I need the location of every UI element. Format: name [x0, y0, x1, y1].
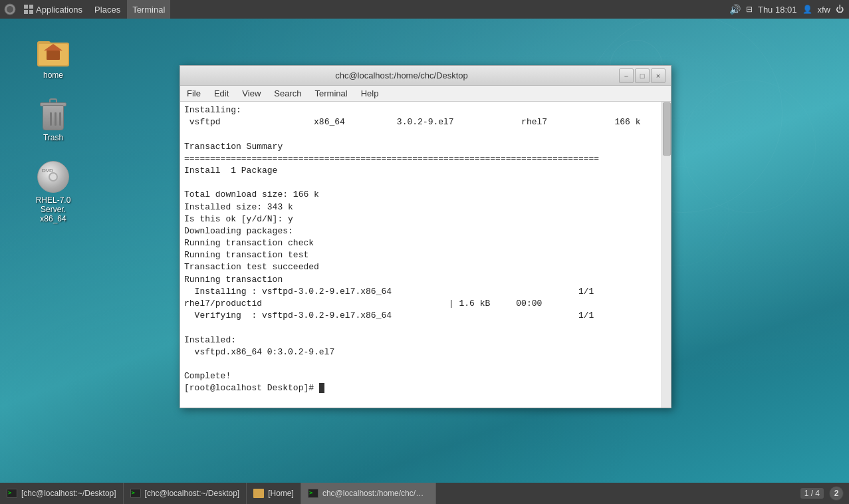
svg-rect-4 [24, 10, 28, 14]
taskbar-home-label: [Home] [268, 489, 294, 498]
menu-edit[interactable]: Edit [207, 86, 235, 102]
terminal-menu[interactable]: Terminal [127, 0, 170, 19]
minimize-button[interactable]: − [619, 68, 634, 83]
trash-icon-label: Trash [43, 133, 63, 142]
power-icon: ⏻ [836, 5, 844, 14]
system-icon [3, 2, 17, 17]
taskbar-term3-icon [308, 489, 318, 498]
folder-body [37, 43, 69, 66]
taskbar-term1-label: [chc@localhost:~/Desktop] [21, 489, 116, 498]
menu-view[interactable]: View [235, 86, 267, 102]
taskbar-item-term3[interactable]: chc@localhost:/home/chc/Deskt... [301, 483, 436, 504]
network-icon: ⊟ [746, 5, 753, 14]
applications-menu[interactable]: Applications [19, 0, 88, 19]
applications-icon [24, 5, 33, 14]
house-shape [44, 45, 62, 60]
dvd-disc-shape: DVD [37, 161, 69, 193]
places-menu[interactable]: Places [89, 0, 126, 19]
home-icon-label: home [43, 70, 63, 80]
terminal-body: Installing: vsftpd x86_64 3.0.2-9.el7 rh… [180, 102, 671, 408]
svg-rect-3 [29, 5, 33, 9]
terminal-title: chc@localhost:/home/chc/Desktop [185, 70, 618, 80]
trash-line-1 [50, 112, 52, 126]
trash-lines [50, 112, 61, 126]
home-folder-icon[interactable]: home [20, 33, 86, 82]
dvd-label-line2: x86_64 [40, 214, 66, 223]
taskbar-term1-icon [7, 489, 17, 498]
dvd-inner-svg: DVD [41, 164, 54, 178]
terminal-output: Installing: vsftpd x86_64 3.0.2-9.el7 rh… [184, 104, 658, 395]
desktop-icons-area: home Trash DVD [0, 27, 106, 226]
taskbar-item-home[interactable]: [Home] [247, 483, 301, 504]
dvd-icon[interactable]: DVD RHEL-7.0 Server. x86_64 [20, 158, 86, 226]
home-folder-image [37, 36, 69, 68]
page-indicator: 1 / 4 [800, 488, 824, 499]
dvd-icon-label: RHEL-7.0 Server. x86_64 [23, 195, 84, 223]
menu-file[interactable]: File [180, 86, 207, 102]
scrollbar-thumb[interactable] [663, 102, 671, 156]
applications-label: Applications [36, 5, 82, 15]
dvd-icon-image: DVD [37, 161, 69, 193]
workspace-button[interactable]: 2 [829, 486, 844, 501]
terminal-scrollbar[interactable] [662, 102, 671, 408]
taskbar-item-term1[interactable]: [chc@localhost:~/Desktop] [0, 483, 124, 504]
terminal-cursor [319, 383, 324, 393]
home-folder-shape [37, 37, 69, 66]
svg-rect-5 [29, 10, 33, 14]
panel-right: 🔊 ⊟ Thu 18:01 👤 xfw ⏻ [729, 4, 849, 15]
close-button[interactable]: × [651, 68, 666, 83]
places-label: Places [94, 5, 120, 15]
menu-terminal[interactable]: Terminal [308, 86, 354, 102]
trash-icon-image [37, 98, 69, 130]
clock: Thu 18:01 [758, 5, 797, 15]
taskbar-term3-label: chc@localhost:/home/chc/Deskt... [322, 489, 429, 498]
taskbar-home-icon [253, 489, 264, 498]
terminal-content-area[interactable]: Installing: vsftpd x86_64 3.0.2-9.el7 rh… [180, 102, 671, 408]
menu-help[interactable]: Help [354, 86, 386, 102]
svg-rect-2 [24, 5, 28, 9]
taskbar-right-area: 1 / 4 2 [795, 486, 849, 501]
user-icon: 👤 [802, 5, 812, 14]
panel-left: Applications Places Terminal [0, 0, 170, 19]
folder-inner [39, 44, 68, 65]
volume-icon: 🔊 [729, 4, 741, 15]
taskbar-term2-icon [130, 489, 141, 498]
restore-button[interactable]: □ [635, 68, 650, 83]
terminal-window: chc@localhost:/home/chc/Desktop − □ × Fi… [180, 65, 671, 408]
taskbar-item-term2[interactable]: [chc@localhost:~/Desktop] [124, 483, 247, 504]
dvd-label-line1: RHEL-7.0 Server. [36, 195, 71, 214]
trash-line-3 [59, 112, 61, 126]
taskbar-term2-label: [chc@localhost:~/Desktop] [145, 489, 240, 498]
svg-text:DVD: DVD [42, 168, 53, 174]
trash-line-2 [55, 112, 57, 126]
trash-icon[interactable]: Trash [20, 96, 86, 145]
trash-body [43, 105, 64, 130]
terminal-titlebar[interactable]: chc@localhost:/home/chc/Desktop − □ × [180, 66, 671, 86]
terminal-menubar: File Edit View Search Terminal Help [180, 86, 671, 102]
menu-search[interactable]: Search [267, 86, 308, 102]
top-panel: Applications Places Terminal 🔊 ⊟ Thu 18:… [0, 0, 849, 19]
username: xfw [818, 5, 831, 15]
terminal-label: Terminal [132, 5, 165, 15]
svg-point-1 [7, 6, 13, 13]
trash-icon-shape [40, 98, 66, 130]
taskbar: [chc@localhost:~/Desktop] [chc@localhost… [0, 483, 849, 504]
